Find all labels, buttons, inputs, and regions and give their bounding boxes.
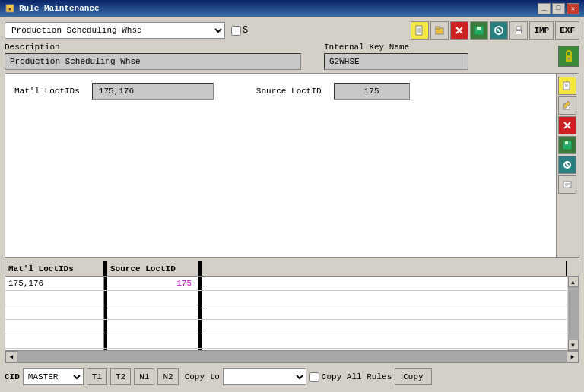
svg-rect-16 [516,27,521,30]
mat-loctids-value: 175,176 [92,83,214,100]
side-extra-btn[interactable] [558,175,576,194]
description-row: Description Production Scheduling Whse I… [5,43,579,70]
hscroll-track[interactable] [17,351,567,362]
side-save-btn[interactable] [558,136,576,154]
bottom-bar: CID MASTER T1 T2 N1 N2 Copy to Copy All … [5,366,579,387]
table-row [5,320,579,334]
td-rest-1 [202,277,579,290]
table-row [5,334,579,349]
vscroll-track[interactable] [568,287,579,340]
print-icon-btn[interactable] [509,21,528,40]
table-vscroll[interactable]: ▲ ▼ [567,277,579,350]
mat-source-row: Mat'l LoctIDs 175,176 Source LoctID 175 [14,83,547,100]
copy-all-checkbox[interactable] [309,372,319,382]
delete-icon-btn[interactable] [450,21,468,40]
svg-rect-32 [563,182,571,188]
table-row: 175,176 175 [5,277,579,291]
close-button[interactable]: ✕ [567,3,579,14]
toolbar-row: Production Scheduling Whse S [5,21,579,40]
vscroll-up[interactable]: ▲ [568,277,579,287]
internal-key-group: Internal Key Name G2WHSE [324,43,468,70]
side-delete-btn[interactable] [558,116,576,134]
svg-point-19 [568,58,570,60]
rule-dropdown[interactable]: Production Scheduling Whse [5,22,225,39]
t2-button[interactable]: T2 [110,368,131,385]
cancel-icon-btn[interactable] [490,21,508,40]
side-new-btn[interactable] [558,77,576,95]
svg-rect-28 [565,141,568,144]
internal-key-label: Internal Key Name [324,43,468,52]
save-icon-btn[interactable] [470,21,488,40]
s-checkbox-group: S [231,25,248,36]
svg-text:★: ★ [8,5,12,12]
svg-rect-29 [565,146,569,148]
maximize-button[interactable]: □ [552,3,565,14]
table-body-wrapper: 175,176 175 [5,277,579,350]
td-source-1: 175 [107,277,198,290]
side-buttons [556,74,579,257]
td-mat-1: 175,176 [5,277,104,290]
toolbar-icons: IMP EXF [411,21,579,40]
title-bar: ★ Rule Maintenance _ □ ✕ [0,0,584,17]
svg-rect-17 [516,31,521,34]
new-icon-btn[interactable] [411,21,429,40]
main-window: Production Scheduling Whse S [0,17,584,392]
copy-to-select[interactable] [223,368,306,385]
table-header: Mat'l LoctIDs Source LoctID [5,261,579,277]
copy-all-group: Copy All Rules [309,372,392,382]
hscroll-right[interactable]: ► [567,351,579,362]
cid-label: CID [5,372,20,381]
vscroll-down[interactable]: ▼ [568,340,579,350]
n2-button[interactable]: N2 [157,368,178,385]
imp-button[interactable]: IMP [529,21,554,40]
s-label: S [243,25,248,36]
s-checkbox[interactable] [231,26,241,36]
table-row [5,349,579,350]
table-row [5,291,579,305]
table-area: Mat'l LoctIDs Source LoctID 175,176 175 [5,261,579,363]
svg-line-31 [566,163,569,166]
app-icon: ★ [5,3,15,14]
mat-loctids-label: Mat'l LoctIDs [14,87,80,96]
description-group: Description Production Scheduling Whse [5,43,301,70]
table-hscroll[interactable]: ◄ ► [5,350,579,362]
t1-button[interactable]: T1 [87,368,107,385]
window-controls: _ □ ✕ [538,3,579,14]
copy-to-label: Copy to [185,372,220,381]
side-edit-btn[interactable] [558,96,576,115]
middle-panel: Mat'l LoctIDs 175,176 Source LoctID 175 [5,73,579,258]
th-mat: Mat'l LoctIDs [5,261,104,276]
copy-all-label: Copy All Rules [322,372,392,381]
svg-line-14 [497,29,500,32]
side-cancel-btn[interactable] [558,156,576,174]
cid-select[interactable]: MASTER [23,368,84,385]
middle-content: Mat'l LoctIDs 175,176 Source LoctID 175 [5,74,556,257]
svg-rect-12 [477,31,481,33]
exf-button[interactable]: EXF [555,21,579,40]
source-loctid-value: 175 [334,83,410,100]
lock-icon-btn[interactable] [558,46,579,67]
th-rest [202,261,567,276]
window-title: Rule Maintenance [19,4,538,13]
copy-button[interactable]: Copy [395,368,431,385]
description-value: Production Scheduling Whse [5,53,301,70]
table-body: 175,176 175 [5,277,579,350]
svg-rect-7 [436,27,440,29]
n1-button[interactable]: N1 [134,368,154,385]
hscroll-left[interactable]: ◄ [5,351,17,362]
internal-key-value: G2WHSE [324,53,468,70]
open-icon-btn[interactable] [430,21,449,40]
table-row [5,305,579,320]
minimize-button[interactable]: _ [538,3,551,14]
description-label: Description [5,43,301,52]
source-loctid-label: Source LoctID [256,87,322,96]
th-scroll [567,261,579,276]
svg-rect-11 [477,27,481,30]
th-source: Source LoctID [107,261,198,276]
